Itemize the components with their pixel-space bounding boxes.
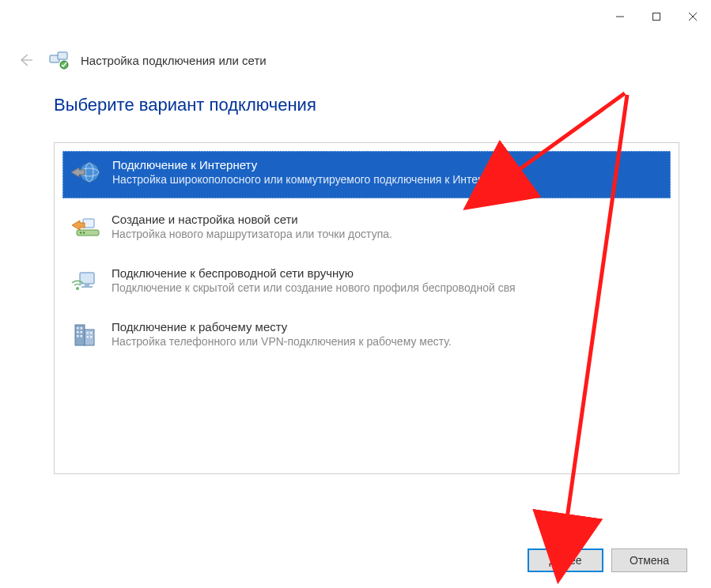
option-wireless-manual[interactable]: Подключение к беспроводной сети вручную … xyxy=(62,260,671,306)
svg-rect-21 xyxy=(75,325,85,345)
svg-rect-27 xyxy=(77,335,79,337)
svg-rect-24 xyxy=(81,327,83,330)
svg-rect-23 xyxy=(77,327,79,330)
option-desc: Настройка широкополосного или коммутируе… xyxy=(112,173,509,186)
svg-rect-28 xyxy=(81,335,83,337)
option-title: Подключение к Интернету xyxy=(112,158,509,172)
svg-point-15 xyxy=(80,232,81,233)
content-area: Выберите вариант подключения Подключение… xyxy=(54,95,679,474)
option-text: Создание и настройка новой сети Настройк… xyxy=(112,211,392,240)
footer-buttons: Далее Отмена xyxy=(528,548,687,572)
minimize-button[interactable] xyxy=(602,5,638,28)
option-desc: Настройка нового маршрутизатора или точк… xyxy=(112,228,392,240)
svg-rect-30 xyxy=(90,332,93,334)
option-title: Подключение к рабочему месту xyxy=(112,320,452,334)
option-text: Подключение к рабочему месту Настройка т… xyxy=(112,318,452,348)
svg-rect-18 xyxy=(85,284,89,286)
option-title: Подключение к беспроводной сети вручную xyxy=(112,266,516,280)
header-bar: Настройка подключения или сети xyxy=(14,46,697,74)
wireless-icon xyxy=(69,265,102,298)
network-wizard-icon xyxy=(47,49,70,71)
page-heading: Выберите вариант подключения xyxy=(54,95,679,115)
back-button[interactable] xyxy=(14,49,36,71)
svg-rect-6 xyxy=(58,52,67,59)
next-button[interactable]: Далее xyxy=(528,548,603,572)
svg-rect-29 xyxy=(87,332,89,334)
window-title: Настройка подключения или сети xyxy=(81,54,267,67)
wizard-window: Настройка подключения или сети Выберите … xyxy=(0,0,711,588)
option-desc: Настройка телефонного или VPN-подключени… xyxy=(112,335,452,348)
cancel-button[interactable]: Отмена xyxy=(611,548,687,572)
option-new-network[interactable]: Создание и настройка новой сети Настройк… xyxy=(62,206,671,252)
option-title: Создание и настройка новой сети xyxy=(112,213,392,226)
option-text: Подключение к беспроводной сети вручную … xyxy=(112,265,516,294)
router-icon xyxy=(69,211,102,244)
option-internet[interactable]: Подключение к Интернету Настройка широко… xyxy=(62,151,671,198)
maximize-button[interactable] xyxy=(638,5,675,28)
option-desc: Подключение к скрытой сети или создание … xyxy=(112,281,516,294)
svg-rect-22 xyxy=(85,330,94,345)
options-list: Подключение к Интернету Настройка широко… xyxy=(54,142,679,474)
building-icon xyxy=(69,318,102,352)
option-text: Подключение к Интернету Настройка широко… xyxy=(112,156,509,186)
option-workplace[interactable]: Подключение к рабочему месту Настройка т… xyxy=(62,314,671,360)
titlebar xyxy=(0,0,711,32)
svg-rect-26 xyxy=(81,331,83,334)
globe-icon xyxy=(70,156,103,190)
svg-rect-32 xyxy=(90,336,93,338)
svg-rect-1 xyxy=(653,13,660,21)
svg-point-16 xyxy=(83,232,85,233)
svg-rect-31 xyxy=(87,336,89,338)
svg-point-20 xyxy=(76,287,79,290)
close-button[interactable] xyxy=(675,5,711,28)
svg-rect-19 xyxy=(81,286,93,288)
svg-rect-25 xyxy=(77,331,79,334)
